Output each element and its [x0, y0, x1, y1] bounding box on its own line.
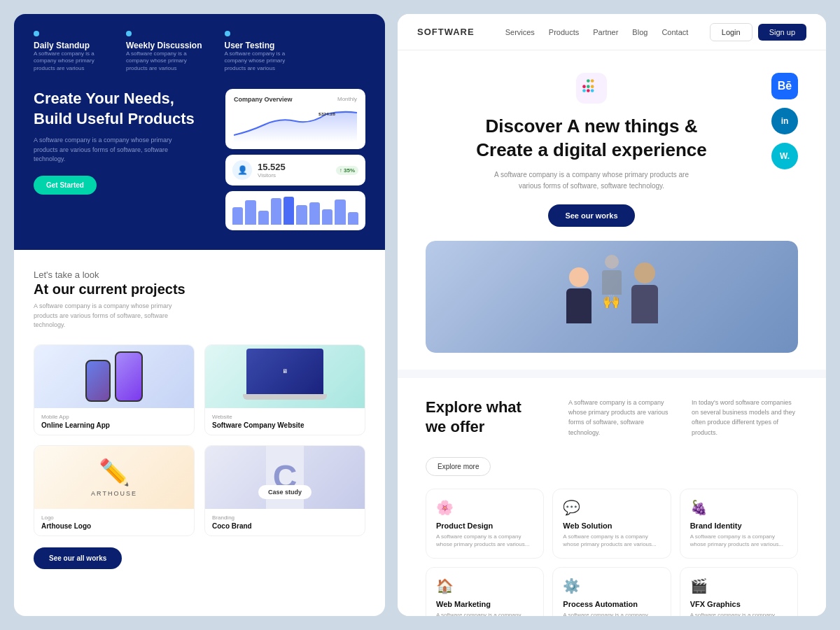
linkedin-icon: in [771, 108, 798, 134]
service-card-vfx[interactable]: 🎬 VFX Graphics A software company is a c… [680, 567, 798, 616]
visitors-card: 👤 15.525 Visitors ↑ 35% [225, 155, 365, 186]
service-name-1: Product Design [436, 522, 533, 530]
process-automation-icon: ⚙️ [563, 578, 660, 594]
project-type-3: Logo [41, 514, 187, 521]
nav-blog[interactable]: Blog [632, 28, 648, 36]
bar [284, 197, 294, 225]
right-hero: Discover A new things & Create a digital… [398, 50, 826, 370]
bar [296, 205, 307, 225]
project-img-3: ✏️ ARTHOUSE [34, 446, 194, 509]
right-content: Discover A new things & Create a digital… [398, 50, 826, 616]
offers-section: Explore what we offer A software company… [398, 378, 826, 616]
project-type-2: Website [212, 414, 358, 420]
nav-contact[interactable]: Contact [662, 28, 688, 36]
service-name-6: VFX Graphics [690, 600, 788, 608]
service-name-5: Process Automation [563, 600, 660, 608]
hero-title: Create Your Needs, Build Useful Products [34, 89, 211, 129]
get-started-button[interactable]: Get Started [34, 176, 97, 195]
section-title: At our current projects [34, 281, 365, 298]
nav-partner[interactable]: Partner [593, 28, 618, 36]
navbar: SOFTWARE Services Products Partner Blog … [398, 14, 826, 50]
svg-rect-1 [582, 85, 586, 88]
case-study-tag: Case study [258, 485, 312, 499]
w-icon: W. [771, 143, 798, 169]
svg-rect-5 [587, 85, 590, 88]
section-desc: A software company is a company whose pr… [34, 302, 188, 330]
login-button[interactable]: Login [710, 23, 752, 41]
service-desc-4: A software company is a company whose pr… [436, 611, 533, 616]
web-solution-icon: 💬 [563, 499, 660, 516]
behance-icon: Bē [771, 73, 798, 99]
bar [335, 200, 345, 225]
offers-desc-1: A software company is a company whose pr… [568, 398, 675, 443]
visitors-icon: 👤 [232, 160, 252, 180]
service-card-web-solution[interactable]: 💬 Web Solution A software company is a c… [552, 489, 671, 559]
service-desc-1: A software company is a company whose pr… [436, 533, 533, 548]
svg-rect-4 [591, 79, 594, 83]
project-card-2[interactable]: 🖥 Website Software Company Website [204, 344, 365, 435]
svg-rect-3 [587, 79, 590, 83]
service-card-process-automation[interactable]: ⚙️ Process Automation A software company… [552, 567, 671, 616]
svg-rect-7 [587, 89, 590, 92]
projects-section: Let's take a look At our current project… [14, 250, 385, 616]
svg-text:$324.28: $324.28 [318, 111, 335, 117]
explore-more-button[interactable]: Explore more [426, 457, 491, 476]
project-img-2: 🖥 [205, 345, 365, 408]
right-hero-desc: A software company is a company whose pr… [493, 169, 690, 192]
bar [322, 209, 332, 225]
nav-services[interactable]: Services [505, 28, 535, 36]
service-desc-2: A software company is a company whose pr… [563, 533, 660, 548]
project-img-1 [34, 345, 194, 408]
project-type-4: Branding [212, 514, 358, 521]
projects-grid: Mobile App Online Learning App 🖥 Website… [34, 344, 365, 536]
brand-identity-icon: 🍇 [690, 499, 788, 516]
service-name-4: Web Marketing [436, 600, 533, 608]
visitors-num: 15.525 [258, 162, 286, 172]
project-card-3[interactable]: ✏️ ARTHOUSE Logo Arthouse Logo [34, 445, 195, 536]
signup-button[interactable]: Sign up [758, 24, 806, 41]
bar [232, 207, 243, 225]
slack-icon [576, 73, 607, 104]
svg-rect-6 [591, 85, 594, 88]
service-desc-6: A software company is a company whose pr… [690, 611, 788, 616]
hero-desc: A software company is a company whose pr… [34, 136, 174, 164]
project-type-1: Mobile App [41, 414, 187, 420]
service-name-3: Brand Identity [690, 522, 788, 530]
project-name-1: Online Learning App [41, 421, 187, 429]
project-img-4: C Case study [205, 446, 365, 509]
vfx-icon: 🎬 [690, 578, 788, 594]
bar-chart [232, 197, 358, 225]
see-all-button[interactable]: See our all works [34, 547, 122, 569]
hero-stat: Weekly Discussion A software company is … [126, 31, 202, 72]
navbar-brand: SOFTWARE [417, 27, 475, 37]
bar [309, 202, 320, 225]
web-marketing-icon: 🏠 [436, 578, 533, 594]
nav-products[interactable]: Products [549, 28, 579, 36]
side-icons: Bē in W. [771, 73, 798, 169]
service-card-brand-identity[interactable]: 🍇 Brand Identity A software company is a… [680, 489, 798, 559]
service-card-product-design[interactable]: 🌸 Product Design A software company is a… [426, 489, 544, 559]
visitors-label: Visitors [258, 172, 286, 178]
left-hero: Daily Standup A software company is a co… [14, 14, 385, 250]
visitors-badge: ↑ 35% [336, 166, 358, 175]
service-card-web-marketing[interactable]: 🏠 Web Marketing A software company is a … [426, 567, 544, 616]
hero-stat: Daily Standup A software company is a co… [34, 31, 104, 72]
service-desc-5: A software company is a company whose pr… [563, 611, 660, 616]
left-panel: Daily Standup A software company is a co… [14, 14, 385, 616]
bar [258, 211, 269, 225]
project-card-4[interactable]: C Case study Branding Coco Brand [204, 445, 365, 536]
right-hero-title: Discover A new things & Create a digital… [476, 115, 706, 162]
project-name-3: Arthouse Logo [41, 522, 187, 530]
see-our-works-button[interactable]: See our works [548, 204, 634, 227]
service-desc-3: A software company is a company whose pr… [690, 533, 788, 548]
navbar-actions: Login Sign up [710, 23, 806, 41]
project-card-1[interactable]: Mobile App Online Learning App [34, 344, 195, 435]
bar [245, 200, 255, 225]
offers-title: Explore what we offer [426, 398, 552, 438]
navbar-links: Services Products Partner Blog Contact [505, 28, 689, 36]
svg-rect-8 [591, 89, 594, 92]
hero-stat: User Testing A software company is a com… [225, 31, 295, 72]
bar-chart-card [225, 191, 365, 230]
hero-stats-row: Daily Standup A software company is a co… [34, 31, 365, 72]
chart-area: Company Overview Monthly [225, 89, 365, 230]
